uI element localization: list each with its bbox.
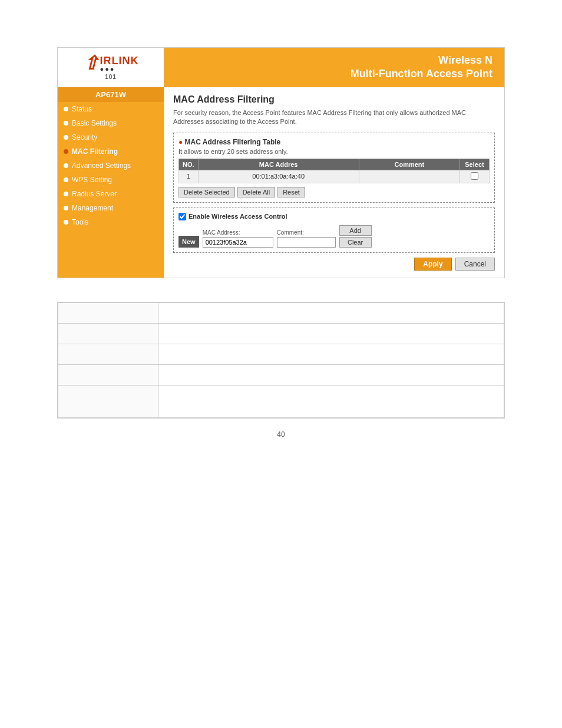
tagline-line1: Wireless N <box>351 54 492 67</box>
comment-label: Comment: <box>277 229 336 236</box>
sidebar-item-tools[interactable]: Tools <box>58 215 164 229</box>
cell-right <box>158 323 504 344</box>
reset-button[interactable]: Reset <box>277 187 305 197</box>
mac-address-group: MAC Address: <box>203 229 273 248</box>
router-header: ⇧ IRLINK ●●● 101 Wireless N Multi-Functi… <box>58 48 504 87</box>
logo-area: ⇧ IRLINK ●●● 101 <box>58 48 164 87</box>
page-wrapper: ⇧ IRLINK ●●● 101 Wireless N Multi-Functi… <box>0 0 562 728</box>
sidebar-label: Advanced Settings <box>72 162 131 170</box>
new-badge: New <box>178 236 199 248</box>
cell-mac: 00:01:a3:0a:4a:40 <box>198 170 359 183</box>
sidebar-label: MAC Filtering <box>72 147 118 156</box>
sidebar-label: Security <box>72 133 97 141</box>
sidebar-label: Basic Settings <box>72 119 117 127</box>
main-content: MAC Address Filtering For security reaso… <box>164 87 504 278</box>
cancel-button[interactable]: Cancel <box>455 258 495 271</box>
mac-table-subtext: It allows to entry 20 sets address only. <box>178 148 490 155</box>
sidebar-label: WPS Setting <box>72 176 112 184</box>
cell-right <box>158 302 504 323</box>
mac-table-heading: ● MAC Address Filtering Table <box>178 138 490 146</box>
table-row <box>58 323 504 344</box>
sidebar-dot <box>64 192 68 196</box>
sidebar-dot-active <box>64 149 68 154</box>
cell-left <box>58 364 158 385</box>
action-row: Apply Cancel <box>173 258 495 271</box>
comment-input[interactable] <box>277 237 336 248</box>
router-body: AP671W Status Basic Settings Security MA… <box>58 87 504 278</box>
sidebar-item-security[interactable]: Security <box>58 130 164 144</box>
sidebar-model: AP671W <box>58 87 164 102</box>
sidebar: AP671W Status Basic Settings Security MA… <box>58 87 164 278</box>
add-clear-buttons: Add Clear <box>339 225 372 248</box>
new-entry-row: New MAC Address: Comment: Add Clear <box>178 225 490 248</box>
enable-row: Enable Wireless Access Control <box>178 213 490 220</box>
comment-group: Comment: <box>277 229 336 248</box>
sidebar-dot <box>64 206 68 210</box>
cell-select[interactable] <box>460 170 490 183</box>
page-description: For security reason, the Access Point fe… <box>173 108 495 127</box>
table-row <box>58 302 504 323</box>
delete-selected-button[interactable]: Delete Selected <box>178 187 235 197</box>
cell-left <box>58 344 158 364</box>
tagline-line2: Multi-Function Access Point <box>351 67 492 81</box>
mac-address-table: NO. MAC Addres Comment Select 1 00:01:a3… <box>178 159 490 183</box>
sidebar-item-radius-server[interactable]: Radius Server <box>58 187 164 201</box>
col-comment: Comment <box>359 159 459 170</box>
enable-label: Enable Wireless Access Control <box>189 213 287 220</box>
col-no: NO. <box>179 159 199 170</box>
table-row <box>58 385 504 417</box>
table-actions: Delete Selected Delete All Reset <box>178 187 490 197</box>
logo: ⇧ IRLINK ●●● <box>83 54 139 73</box>
sidebar-item-basic-settings[interactable]: Basic Settings <box>58 116 164 130</box>
router-ui: ⇧ IRLINK ●●● 101 Wireless N Multi-Functi… <box>57 47 505 278</box>
brand-title: Wireless N Multi-Function Access Point <box>351 54 492 81</box>
bottom-table-wrapper <box>57 302 505 419</box>
cell-comment <box>359 170 459 183</box>
sidebar-dot <box>64 107 68 111</box>
bottom-table <box>58 302 504 418</box>
enable-checkbox[interactable] <box>178 213 186 220</box>
col-mac: MAC Addres <box>198 159 359 170</box>
delete-all-button[interactable]: Delete All <box>237 187 275 197</box>
add-button[interactable]: Add <box>339 225 372 236</box>
cell-no: 1 <box>179 170 199 183</box>
table-row <box>58 364 504 385</box>
sidebar-dot <box>64 177 68 182</box>
sidebar-item-management[interactable]: Management <box>58 201 164 215</box>
cell-left <box>58 385 158 417</box>
sidebar-dot <box>64 163 68 168</box>
col-select: Select <box>460 159 490 170</box>
page-title: MAC Address Filtering <box>173 94 495 105</box>
cell-left <box>58 302 158 323</box>
mac-address-input[interactable] <box>203 237 273 248</box>
sidebar-label: Radius Server <box>72 190 117 198</box>
sidebar-label: Management <box>72 204 113 212</box>
brand-banner: Wireless N Multi-Function Access Point <box>164 48 504 87</box>
page-number: 40 <box>0 430 562 439</box>
cell-left <box>58 323 158 344</box>
mac-table-section: ● MAC Address Filtering Table It allows … <box>173 133 495 203</box>
sidebar-item-wps-setting[interactable]: WPS Setting <box>58 173 164 187</box>
logo-101: 101 <box>105 74 117 80</box>
mac-address-label: MAC Address: <box>203 229 273 236</box>
cell-right <box>158 344 504 364</box>
sidebar-dot <box>64 135 68 140</box>
apply-button[interactable]: Apply <box>414 258 451 271</box>
table-row <box>58 344 504 364</box>
sidebar-label: Status <box>72 105 92 113</box>
sidebar-dot <box>64 121 68 126</box>
sidebar-item-mac-filtering[interactable]: MAC Filtering <box>58 144 164 159</box>
cell-right <box>158 385 504 417</box>
cell-right <box>158 364 504 385</box>
clear-button[interactable]: Clear <box>339 237 372 248</box>
sidebar-dot <box>64 220 68 225</box>
sidebar-item-status[interactable]: Status <box>58 102 164 116</box>
sidebar-label: Tools <box>72 218 88 226</box>
row-checkbox[interactable] <box>471 172 478 180</box>
table-row: 1 00:01:a3:0a:4a:40 <box>179 170 490 183</box>
enable-section: Enable Wireless Access Control New MAC A… <box>173 207 495 253</box>
sidebar-item-advanced-settings[interactable]: Advanced Settings <box>58 159 164 173</box>
